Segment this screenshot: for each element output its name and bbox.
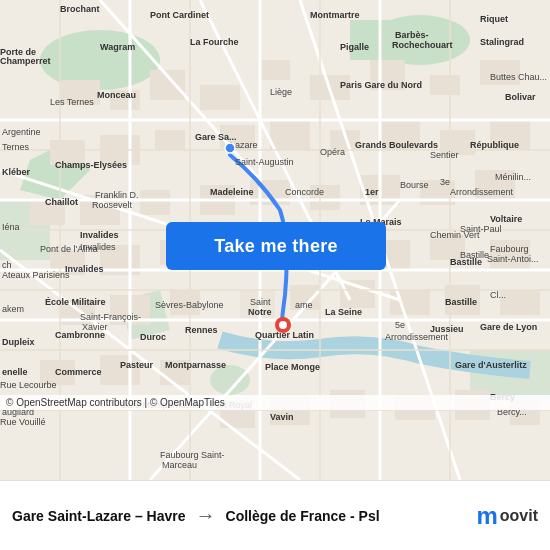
svg-text:Ateaux Parisiens: Ateaux Parisiens [2, 270, 70, 280]
svg-text:Cambronne: Cambronne [55, 330, 105, 340]
svg-text:La Seine: La Seine [325, 307, 362, 317]
svg-text:Invalides: Invalides [65, 264, 104, 274]
moovit-logo: m oovit [476, 502, 538, 530]
cta-button-wrapper: Take me there [166, 222, 386, 270]
svg-text:Invalides: Invalides [80, 242, 116, 252]
svg-text:La Fourche: La Fourche [190, 37, 239, 47]
svg-text:Bourse: Bourse [400, 180, 429, 190]
svg-text:Saint-François-: Saint-François- [80, 312, 141, 322]
svg-text:Kléber: Kléber [2, 167, 31, 177]
svg-text:Bastille: Bastille [460, 250, 489, 260]
svg-text:Vavin: Vavin [270, 412, 294, 422]
svg-rect-12 [200, 85, 240, 110]
svg-text:Invalides: Invalides [80, 230, 119, 240]
svg-point-178 [225, 143, 235, 153]
svg-text:Bolivar: Bolivar [505, 92, 536, 102]
svg-text:Faubourg Saint-: Faubourg Saint- [160, 450, 225, 460]
svg-text:Franklin D.: Franklin D. [95, 190, 139, 200]
svg-text:Sentier: Sentier [430, 150, 459, 160]
svg-text:Notre: Notre [248, 307, 272, 317]
svg-rect-13 [260, 60, 290, 80]
svg-text:Saint-Augustin: Saint-Augustin [235, 157, 294, 167]
svg-text:Wagram: Wagram [100, 42, 135, 52]
svg-text:Roosevelt: Roosevelt [92, 200, 133, 210]
bottom-bar: Gare Saint-Lazare – Havre → Collège de F… [0, 480, 550, 550]
svg-text:Champs-Elysées: Champs-Elysées [55, 160, 127, 170]
svg-text:Rue Lecourbe: Rue Lecourbe [0, 380, 57, 390]
svg-rect-22 [270, 120, 310, 150]
svg-text:Voltaire: Voltaire [490, 214, 522, 224]
svg-text:Ménilin...: Ménilin... [495, 172, 531, 182]
moovit-text: oovit [500, 507, 538, 525]
svg-text:Duroc: Duroc [140, 332, 166, 342]
svg-text:Pasteur: Pasteur [120, 360, 154, 370]
svg-text:5e: 5e [395, 320, 405, 330]
route-from: Gare Saint-Lazare – Havre [12, 508, 186, 524]
svg-text:Gare de Lyon: Gare de Lyon [480, 322, 537, 332]
svg-text:Bastille: Bastille [445, 297, 477, 307]
svg-text:3e: 3e [440, 177, 450, 187]
map-attribution: © OpenStreetMap contributors | © OpenMap… [0, 395, 550, 410]
moovit-m-letter: m [476, 502, 497, 530]
svg-text:Montmartre: Montmartre [310, 10, 360, 20]
svg-rect-29 [140, 190, 170, 215]
svg-text:Monceau: Monceau [97, 90, 136, 100]
svg-text:Rue Vouillé: Rue Vouillé [0, 417, 46, 427]
svg-text:Pont Cardinet: Pont Cardinet [150, 10, 209, 20]
svg-text:Rochechouart: Rochechouart [392, 40, 453, 50]
svg-text:Brochant: Brochant [60, 4, 100, 14]
svg-text:Argentine: Argentine [2, 127, 41, 137]
svg-text:ch: ch [2, 260, 12, 270]
svg-text:Sèvres-Babylone: Sèvres-Babylone [155, 300, 224, 310]
svg-text:Arrondissement: Arrondissement [450, 187, 514, 197]
svg-text:Saint: Saint [250, 297, 271, 307]
route-to-label: Collège de France - Psl [226, 508, 380, 524]
svg-text:Stalingrad: Stalingrad [480, 37, 524, 47]
arrow-right-icon: → [196, 504, 216, 527]
svg-rect-51 [390, 290, 430, 315]
svg-text:Montparnasse: Montparnasse [165, 360, 226, 370]
svg-text:Buttes Chau...: Buttes Chau... [490, 72, 547, 82]
svg-rect-50 [340, 280, 375, 308]
svg-text:1er: 1er [365, 187, 379, 197]
svg-text:Liège: Liège [270, 87, 292, 97]
take-me-there-button[interactable]: Take me there [166, 222, 386, 270]
svg-text:Madeleine: Madeleine [210, 187, 254, 197]
svg-rect-20 [155, 130, 185, 150]
svg-text:Ternes: Ternes [2, 142, 30, 152]
route-from-label: Gare Saint-Lazare – Havre [12, 508, 186, 524]
svg-text:École Militaire: École Militaire [45, 297, 106, 307]
svg-text:Les Ternes: Les Ternes [50, 97, 94, 107]
svg-text:ame: ame [295, 300, 313, 310]
svg-text:Jussieu: Jussieu [430, 324, 464, 334]
svg-text:akem: akem [2, 304, 24, 314]
svg-text:Marceau: Marceau [162, 460, 197, 470]
svg-text:Paris Gare du Nord: Paris Gare du Nord [340, 80, 422, 90]
svg-text:Faubourg: Faubourg [490, 244, 529, 254]
svg-text:Opéra: Opéra [320, 147, 345, 157]
svg-text:Grands Boulevards: Grands Boulevards [355, 140, 438, 150]
svg-text:Chaillot: Chaillot [45, 197, 78, 207]
svg-text:Barbès-: Barbès- [395, 30, 429, 40]
svg-text:enelle: enelle [2, 367, 28, 377]
svg-text:Commerce: Commerce [55, 367, 102, 377]
svg-text:Gare d'Austerlitz: Gare d'Austerlitz [455, 360, 527, 370]
svg-text:République: République [470, 140, 519, 150]
svg-text:Cl...: Cl... [490, 290, 506, 300]
svg-text:Saint-Antoi...: Saint-Antoi... [487, 254, 539, 264]
svg-text:Pigalle: Pigalle [340, 42, 369, 52]
svg-text:Concorde: Concorde [285, 187, 324, 197]
svg-text:Dupleix: Dupleix [2, 337, 35, 347]
svg-text:Place Monge: Place Monge [265, 362, 320, 372]
route-to: Collège de France - Psl [226, 508, 380, 524]
svg-rect-16 [430, 75, 460, 95]
map-container: Brochant Pont Cardinet Montmartre Riquet… [0, 0, 550, 480]
svg-text:Iéna: Iéna [2, 222, 20, 232]
svg-text:Saint-Paul: Saint-Paul [460, 224, 502, 234]
svg-point-180 [279, 321, 287, 329]
svg-text:Riquet: Riquet [480, 14, 508, 24]
svg-text:Rennes: Rennes [185, 325, 218, 335]
svg-text:Champerret: Champerret [0, 56, 51, 66]
